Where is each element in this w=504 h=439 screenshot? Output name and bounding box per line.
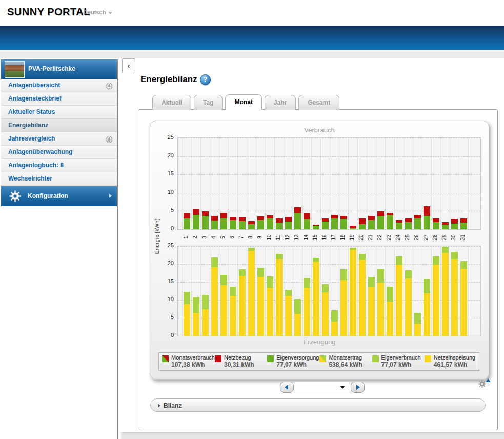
period-select[interactable] [295, 382, 349, 393]
bar-day-17[interactable] [331, 310, 338, 336]
bar-day-4[interactable] [211, 257, 218, 336]
bar-day-19[interactable] [350, 248, 356, 336]
bar-day-26[interactable] [414, 313, 421, 336]
x-tick-label: 30 [451, 231, 457, 244]
language-selector[interactable]: Deutsch [84, 9, 112, 15]
x-tick-label: 1 [183, 231, 189, 244]
sidebar-item-anlagen-berwachung[interactable]: Anlagenüberwachung [1, 146, 117, 159]
legend-value: 77,07 kWh [381, 361, 421, 369]
bar-day-7[interactable] [239, 269, 246, 336]
bar-day-19[interactable] [350, 226, 356, 229]
bar-day-12[interactable] [285, 217, 292, 229]
bar-day-28[interactable] [433, 256, 439, 336]
bar-day-16[interactable] [322, 284, 329, 336]
bar-day-20[interactable] [359, 218, 366, 229]
bar-day-18[interactable] [340, 216, 347, 229]
bar-day-31[interactable] [460, 261, 467, 336]
bar-day-25[interactable] [405, 218, 412, 229]
tab-monat[interactable]: Monat [225, 94, 261, 110]
bar-day-15[interactable] [313, 225, 319, 229]
bar-segment-eigenversorgung [294, 213, 301, 229]
bar-day-24[interactable] [396, 220, 402, 230]
bar-day-23[interactable] [387, 213, 393, 229]
bar-day-28[interactable] [433, 218, 439, 229]
chevron-right-icon [109, 194, 112, 198]
bar-day-10[interactable] [267, 215, 273, 229]
bar-day-6[interactable] [230, 287, 236, 336]
bar-day-1[interactable] [184, 213, 190, 229]
bar-day-13[interactable] [294, 299, 301, 336]
bar-day-23[interactable] [387, 287, 393, 336]
bar-day-5[interactable] [220, 213, 227, 229]
bar-day-14[interactable] [304, 278, 310, 336]
bar-day-30[interactable] [451, 252, 458, 336]
bar-day-29[interactable] [442, 247, 449, 336]
sidebar-item-konfiguration[interactable]: Konfiguration [1, 186, 117, 206]
tab-gesamt[interactable]: Gesamt [298, 95, 339, 110]
legend-value: 107,38 kWh [171, 361, 215, 369]
bar-day-13[interactable] [294, 207, 301, 229]
bar-day-27[interactable] [424, 279, 430, 336]
bar-segment-netzeinspeisung [230, 296, 236, 336]
bar-day-22[interactable] [377, 211, 384, 229]
sidebar-item-anlagen-bersicht[interactable]: Anlagenübersicht [1, 79, 117, 92]
bar-day-7[interactable] [239, 217, 246, 229]
next-period-button[interactable] [351, 382, 365, 393]
bar-day-24[interactable] [396, 256, 402, 336]
bar-day-27[interactable] [424, 206, 430, 229]
gridline-v [200, 246, 201, 336]
bar-day-16[interactable] [322, 218, 329, 229]
bar-day-9[interactable] [257, 268, 264, 336]
bar-day-11[interactable] [276, 218, 283, 229]
sidebar-item-anlagenlogbuch-8[interactable]: Anlagenlogbuch: 8 [1, 159, 117, 172]
bar-day-15[interactable] [313, 258, 319, 336]
help-icon[interactable]: ? [200, 74, 211, 85]
x-tick-label: 4 [211, 231, 217, 244]
bar-day-4[interactable] [211, 216, 218, 229]
bar-day-18[interactable] [340, 269, 347, 336]
bar-day-21[interactable] [368, 216, 375, 229]
bar-day-9[interactable] [257, 216, 264, 229]
tab-jahr[interactable]: Jahr [265, 95, 296, 110]
page-title: Energiebilanz [140, 74, 197, 85]
sidebar-collapse-button[interactable]: ‹ [122, 58, 135, 73]
sidebar-item-wechselrichter[interactable]: Wechselrichter [1, 172, 117, 186]
x-tick-label: 23 [386, 231, 392, 244]
bilanz-accordion[interactable]: Bilanz [150, 398, 486, 412]
bar-day-31[interactable] [460, 218, 467, 229]
bar-day-10[interactable] [267, 276, 273, 336]
sidebar-item-jahresvergleich[interactable]: Jahresvergleich [1, 132, 117, 146]
y-tick-label: 20 [159, 152, 174, 158]
arrow-up-icon [486, 378, 491, 382]
sidebar-item-energiebilanz[interactable]: Energiebilanz [1, 119, 117, 132]
bar-day-8[interactable] [248, 248, 255, 336]
bar-day-8[interactable] [248, 221, 255, 229]
prev-period-button[interactable] [280, 382, 294, 393]
bar-day-29[interactable] [442, 222, 449, 229]
plant-header[interactable]: PVA-Perlitschke [1, 59, 117, 79]
bar-segment-eigenversorgung [460, 223, 467, 229]
bar-day-5[interactable] [220, 275, 227, 336]
bar-day-25[interactable] [405, 270, 412, 336]
sidebar-item-aktueller-status[interactable]: Aktueller Status [1, 106, 117, 119]
bar-day-1[interactable] [184, 292, 190, 336]
legend-swatch-icon [162, 355, 169, 362]
bar-day-14[interactable] [304, 213, 310, 229]
bar-day-11[interactable] [276, 254, 283, 336]
tab-aktuell[interactable]: Aktuell [152, 95, 191, 110]
tab-tag[interactable]: Tag [194, 95, 223, 110]
bar-day-12[interactable] [285, 290, 292, 336]
chart-settings-button[interactable] [478, 380, 490, 392]
bar-day-26[interactable] [414, 215, 421, 229]
bar-day-2[interactable] [193, 297, 199, 336]
bar-day-3[interactable] [202, 295, 209, 336]
bar-day-21[interactable] [368, 277, 375, 336]
bar-day-3[interactable] [202, 211, 209, 229]
bar-day-17[interactable] [331, 215, 338, 229]
bar-day-20[interactable] [359, 254, 366, 336]
sidebar-item-anlagensteckbrief[interactable]: Anlagensteckbrief [1, 92, 117, 106]
bar-day-6[interactable] [230, 217, 236, 229]
bar-day-22[interactable] [377, 269, 384, 336]
bar-day-30[interactable] [451, 219, 458, 229]
bar-day-2[interactable] [193, 209, 199, 229]
